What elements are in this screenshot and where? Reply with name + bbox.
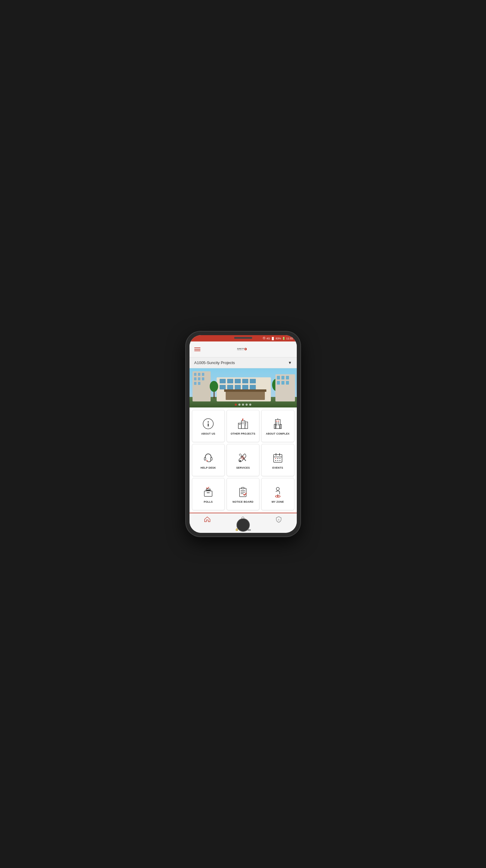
menu-item-services[interactable]: SERVICES [227,444,259,476]
svg-rect-87 [239,488,246,497]
menu-item-help-desk[interactable]: HELP DESK [192,444,225,476]
menu-item-polls[interactable]: POLLS [192,478,225,510]
menu-item-events[interactable]: EVENTS [261,444,294,476]
svg-rect-27 [250,385,256,390]
time-label: 11:02 [286,337,293,340]
dot-1 [235,404,237,406]
phone-frame: ⑪ 4G ▐▌ 83% 🔋 11:02 SUNCITY PROJECTS [186,332,300,536]
svg-rect-65 [278,424,279,425]
svg-rect-18 [220,379,226,383]
battery-label: 83% [276,337,281,340]
status-bar: ⑪ 4G ▐▌ 83% 🔋 11:02 [190,335,297,341]
svg-point-98 [236,530,237,530]
battery-icon: 🔋 [282,337,285,340]
menu-item-about-us[interactable]: ABOUT US [192,410,225,442]
svg-rect-52 [243,424,244,424]
svg-rect-59 [280,424,282,429]
svg-point-78 [275,458,276,459]
svg-rect-23 [220,385,226,390]
svg-rect-55 [242,420,243,421]
svg-rect-43 [208,424,209,427]
services-icon [236,451,250,464]
dot-3 [242,404,244,406]
svg-rect-63 [278,423,279,424]
other-projects-label: OTHER PROJECTS [230,432,255,435]
svg-rect-68 [210,458,212,460]
notice-board-label: NOTICE BOARD [233,500,253,503]
sim-icon: ⑪ [263,336,265,340]
svg-rect-85 [206,490,210,491]
svg-rect-20 [235,379,241,383]
svg-rect-19 [227,379,233,383]
nav-profile[interactable] [239,516,247,523]
svg-rect-64 [276,424,277,425]
about-complex-label: ABOUT COMPLEX [266,432,290,435]
menu-item-notice-board[interactable]: NOTICE BOARD [227,478,259,510]
svg-rect-26 [242,385,248,390]
svg-point-70 [239,460,241,461]
svg-rect-4 [245,349,245,349]
menu-grid: ABOUT US [190,407,297,513]
svg-rect-12 [194,377,196,380]
menu-item-my-zone[interactable]: MY ZONE [261,478,294,510]
svg-rect-54 [246,425,246,425]
svg-rect-10 [198,373,200,376]
svg-rect-60 [276,421,277,422]
svg-text:PROJECTS: PROJECTS [237,350,244,351]
banner-dots [190,404,297,406]
events-icon [271,451,285,464]
svg-point-82 [277,460,278,461]
svg-rect-24 [227,385,233,390]
svg-rect-9 [194,373,196,376]
svg-marker-56 [242,418,244,420]
svg-text:SUNCITY: SUNCITY [237,348,245,350]
dropdown-arrow-icon: ▼ [288,361,292,365]
svg-rect-35 [277,376,280,379]
svg-rect-13 [198,377,200,380]
svg-rect-84 [204,491,212,496]
svg-point-95 [277,496,279,497]
hamburger-menu[interactable] [194,347,200,351]
svg-rect-36 [282,376,285,379]
svg-rect-58 [274,424,276,429]
polls-label: POLLS [204,500,213,503]
svg-rect-5 [246,349,246,350]
svg-rect-40 [286,381,289,384]
project-label: A1005-Suncity Projects [194,361,235,365]
svg-point-33 [210,381,218,392]
svg-rect-37 [286,376,289,379]
svg-rect-49 [242,422,242,423]
network-icon: 4G [266,337,270,340]
nav-security[interactable]: A [275,516,282,523]
polls-icon [201,485,215,498]
events-label: EVENTS [272,466,283,469]
banner [190,368,297,407]
svg-point-96 [241,517,244,519]
help-desk-icon [201,451,215,464]
menu-item-about-complex[interactable]: ABOUT COMPLEX [261,410,294,442]
other-projects-icon [236,417,250,430]
logo-area: SUNCITY PROJECTS [237,344,247,354]
dot-5 [249,404,251,406]
svg-rect-91 [241,487,244,489]
svg-rect-62 [276,423,277,424]
help-desk-label: HELP DESK [201,466,216,469]
services-label: SERVICES [236,466,250,469]
my-zone-label: MY ZONE [271,500,284,503]
svg-rect-25 [235,385,241,390]
project-selector[interactable]: A1005-Suncity Projects ▼ [190,358,297,368]
svg-rect-38 [277,381,280,384]
menu-item-other-projects[interactable]: OTHER PROJECTS [227,410,259,442]
svg-rect-45 [241,421,245,429]
svg-rect-61 [278,421,279,422]
nav-home[interactable] [204,516,211,523]
svg-rect-29 [224,390,266,392]
svg-point-81 [275,460,276,461]
svg-rect-3 [245,348,245,350]
powered-by-section: Powered By LOCKATED [190,524,297,533]
svg-rect-53 [246,423,246,424]
svg-point-92 [276,487,279,490]
svg-rect-47 [239,424,239,425]
svg-rect-39 [282,381,285,384]
about-complex-icon [271,417,285,430]
